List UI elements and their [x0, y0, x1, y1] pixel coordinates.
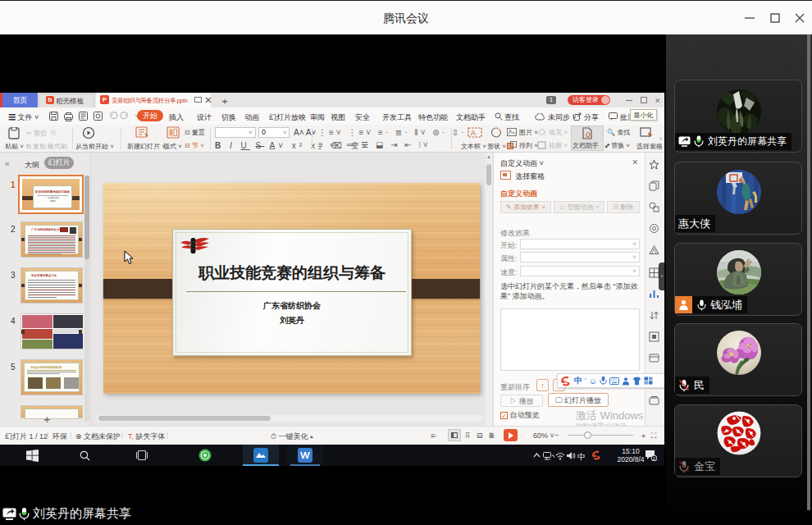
svg-text:A: A: [471, 129, 476, 137]
